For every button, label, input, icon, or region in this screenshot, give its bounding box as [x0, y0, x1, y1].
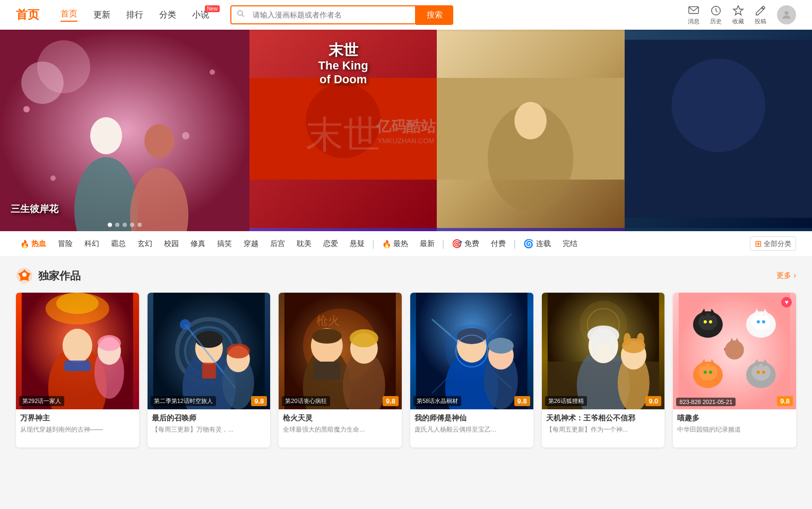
manga-info-3: 我的师傅是神仙 庞氏凡人杨毅云偶得至宝乙... — [410, 409, 533, 447]
search-input[interactable] — [250, 7, 415, 22]
manga-info-1: 最后的召唤师 【每周三更新】万物有灵，... — [148, 409, 271, 447]
manga-card-0[interactable]: 第292话一家人 万界神主 从现代穿越到南州的古神—— — [16, 293, 139, 447]
banner-cell-3[interactable]: 天机神术·王爷相公不信邪 — [625, 30, 812, 228]
cat-free[interactable]: 🎯 免费 — [447, 236, 483, 251]
manga-score-3: 9.8 — [514, 396, 530, 406]
cat-hot-blood[interactable]: 🔥 热血 — [16, 237, 50, 251]
cat-fantasy[interactable]: 玄幻 — [133, 237, 157, 251]
favorites-icon — [732, 5, 744, 16]
all-categories-button[interactable]: ⊞ 全部分类 — [750, 236, 796, 251]
message-icon — [688, 5, 699, 16]
banner-dot-5[interactable] — [137, 223, 142, 227]
cat-transmigrate[interactable]: 穿越 — [239, 237, 263, 251]
cat-completed[interactable]: 完结 — [558, 237, 582, 251]
cat-boys-love[interactable]: 耽美 — [292, 237, 316, 251]
manga-chapter-4: 第26话狐狸精 — [545, 396, 587, 406]
cat-funny[interactable]: 搞笑 — [213, 237, 236, 251]
cat-scifi[interactable]: 科幻 — [80, 237, 103, 251]
fire-icon: 🔥 — [382, 240, 391, 248]
manga-card-2[interactable]: 枪火 第20话丧心病狂 9.8 枪火天灵 全球最强大的黑暗魔力生命... — [279, 293, 402, 447]
cat-hottest[interactable]: 🔥 最热 — [378, 237, 412, 251]
search-button[interactable]: 搜索 — [416, 5, 453, 25]
cat-campus[interactable]: 校园 — [160, 237, 183, 251]
header: 首页 首页 更新 排行 分类 小说 New 搜索 消息 历史 收藏 — [0, 0, 812, 30]
manga-chapter-0: 第292话一家人 — [19, 396, 64, 406]
manga-desc-2: 全球最强大的黑暗魔力生命... — [283, 425, 398, 443]
cat-harem[interactable]: 后宫 — [266, 237, 289, 251]
banner-dots — [108, 223, 142, 227]
banner-top-row: 末世 末世 The Kingof Doom 末世为王 — [249, 30, 812, 228]
banner-cell-1-en: The Kingof Doom — [318, 59, 368, 86]
svg-point-13 — [23, 106, 30, 112]
nav-category[interactable]: 分类 — [159, 10, 176, 21]
section-title: 独家作品 — [16, 267, 81, 284]
manga-grid: 第292话一家人 万界神主 从现代穿越到南州的古神—— — [16, 293, 796, 447]
nav-rank[interactable]: 排行 — [126, 10, 143, 21]
svg-point-53 — [179, 319, 190, 330]
banner-cell-5-art — [437, 228, 624, 231]
manga-card-3[interactable]: 第58话水晶榈材 9.8 我的师傅是神仙 庞氏凡人杨毅云偶得至宝乙... — [410, 293, 533, 447]
site-logo[interactable]: 首页 — [16, 7, 39, 23]
nav-home[interactable]: 首页 — [61, 8, 77, 22]
nav-update[interactable]: 更新 — [93, 10, 110, 21]
banner-dot-2[interactable] — [115, 223, 119, 227]
banner-left-title: 三生彼岸花 — [11, 203, 58, 215]
manga-card-1[interactable]: 第二季第12话时空旅人 9.8 最后的召唤师 【每周三更新】万物有灵，... — [148, 293, 271, 447]
manga-info-4: 天机神术：王爷相公不信邪 【每周五更新】作为一个神... — [542, 409, 665, 447]
cat-paid[interactable]: 付费 — [487, 237, 510, 251]
svg-point-115 — [757, 371, 760, 374]
submit-icon-btn[interactable]: 投稿 — [755, 5, 766, 25]
banner-cell-6[interactable]: 都市邪 都市邪 新都市邪 — [625, 228, 812, 231]
banner-bottom-row: 魔 尊 魔尊霸 魔尊霸宠·大人请玉踏思绑 超级 — [249, 228, 812, 231]
banner-cell-5[interactable]: 超级自营主系统 — [437, 228, 624, 231]
svg-point-15 — [182, 132, 189, 139]
free-icon: 🎯 — [452, 239, 462, 249]
search-icon — [231, 6, 250, 23]
cat-cultivation[interactable]: 修真 — [186, 237, 210, 251]
manga-art-3 — [410, 293, 533, 409]
cat-latest[interactable]: 最新 — [416, 237, 439, 251]
nav-novel[interactable]: 小说 New — [192, 10, 209, 21]
more-link[interactable]: 更多 › — [776, 271, 796, 280]
svg-point-102 — [698, 364, 718, 381]
banner-cell-2[interactable]: 大佬叫我小狐狸 — [437, 30, 624, 228]
banner-dot-3[interactable] — [123, 223, 127, 227]
svg-rect-41 — [64, 361, 91, 371]
svg-point-12 — [144, 124, 174, 158]
divider: | — [372, 238, 375, 249]
svg-point-77 — [488, 338, 514, 354]
ongoing-icon: 🌀 — [523, 239, 534, 249]
history-icon-btn[interactable]: 历史 — [710, 5, 722, 25]
section-header: 独家作品 更多 › — [16, 267, 796, 284]
manga-score-1: 9.8 — [251, 396, 267, 406]
svg-rect-85 — [592, 335, 597, 356]
manga-card-4[interactable]: 第26话狐狸精 9.0 天机神术：王爷相公不信邪 【每周五更新】作为一个神... — [542, 293, 665, 447]
svg-point-98 — [751, 313, 771, 330]
manga-art-5: ♥ — [673, 293, 796, 409]
banner-dot-4[interactable] — [130, 223, 134, 227]
svg-point-61 — [312, 329, 342, 344]
manga-title-5: 喵趣多 — [677, 414, 792, 423]
svg-point-16 — [50, 175, 56, 181]
svg-point-113 — [704, 371, 707, 374]
avatar[interactable] — [777, 5, 796, 24]
svg-point-22 — [515, 102, 547, 139]
banner-dot-1[interactable] — [108, 223, 112, 227]
message-icon-btn[interactable]: 消息 — [688, 5, 699, 25]
manga-cover-2: 枪火 第20话丧心病狂 9.8 — [279, 293, 402, 409]
svg-point-116 — [762, 371, 765, 374]
svg-point-38 — [56, 293, 99, 314]
banner-left[interactable]: 三生彼岸花 — [0, 30, 249, 231]
favorites-icon-btn[interactable]: 收藏 — [732, 5, 744, 25]
cat-mystery[interactable]: 悬疑 — [345, 237, 369, 251]
manga-card-5[interactable]: ♥ ♥ 823-828 2021-05-21 9.8 喵趣多 中华田园猫的纪录频… — [673, 293, 796, 447]
svg-point-24 — [671, 58, 765, 152]
cat-romance[interactable]: 恋爱 — [319, 237, 342, 251]
banner-cell-1[interactable]: 末世 末世 The Kingof Doom 末世为王 — [249, 30, 437, 228]
cat-adventure[interactable]: 冒险 — [54, 237, 77, 251]
cat-ongoing[interactable]: 🌀 连载 — [519, 236, 555, 251]
banner-cell-4[interactable]: 魔 尊 魔尊霸 魔尊霸宠·大人请玉踏思绑 — [249, 228, 437, 231]
banner-left-art — [0, 30, 249, 231]
manga-cover-1: 第二季第12话时空旅人 9.8 — [148, 293, 271, 409]
cat-boss[interactable]: 霸总 — [107, 237, 130, 251]
